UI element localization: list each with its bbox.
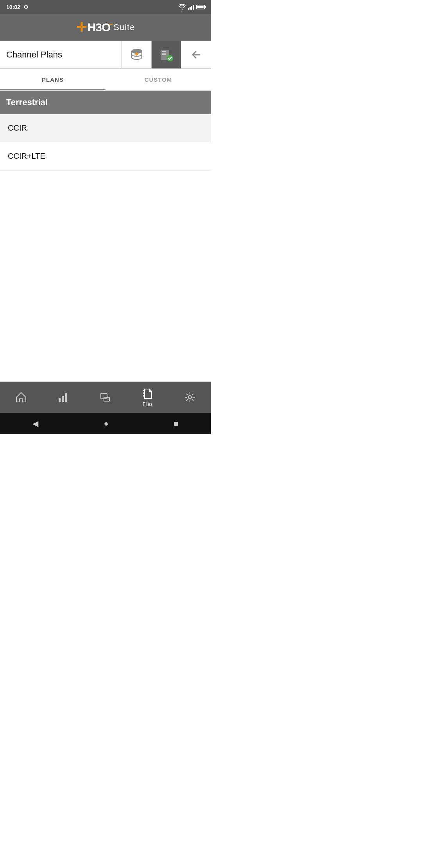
devices-icon [99, 391, 112, 404]
back-icon [189, 47, 204, 62]
schedule-check-button[interactable] [152, 41, 181, 68]
settings-icon [184, 391, 196, 404]
logo-bar: ✛ H3O ⌢ Suite [0, 14, 211, 41]
files-icon [141, 387, 154, 400]
time-display: 10:02 [6, 4, 20, 10]
nav-home[interactable] [9, 391, 33, 404]
home-system-button[interactable]: ● [104, 419, 108, 428]
wifi-icon [179, 4, 186, 10]
nav-devices[interactable] [94, 391, 117, 404]
signal-icon [188, 4, 194, 10]
logo-h30: H3O [88, 21, 111, 34]
database-icon [129, 47, 144, 62]
svg-rect-4 [162, 53, 166, 54]
recents-system-button[interactable]: ■ [173, 419, 178, 428]
svg-rect-8 [62, 396, 64, 402]
svg-rect-3 [162, 51, 166, 52]
logo-cross: ✛ [76, 21, 87, 34]
tab-custom[interactable]: CUSTOM [106, 69, 211, 90]
section-title: Terrestrial [6, 97, 48, 108]
back-button[interactable] [181, 41, 211, 68]
tab-plans[interactable]: PLANS [0, 69, 106, 90]
svg-point-12 [188, 396, 191, 399]
svg-rect-7 [59, 398, 61, 402]
database-button[interactable] [122, 41, 152, 68]
nav-charts[interactable] [52, 391, 75, 404]
logo-arc: ⌢ [109, 20, 113, 29]
schedule-check-icon [159, 47, 174, 62]
nav-settings[interactable] [178, 391, 202, 404]
status-bar-right [179, 4, 205, 10]
system-nav: ◀ ● ■ [0, 413, 211, 434]
chart-icon [57, 391, 70, 404]
tabs-bar: PLANS CUSTOM [0, 69, 211, 91]
nav-files-label: Files [143, 402, 152, 407]
nav-files[interactable]: Files [136, 387, 159, 407]
logo-suite: Suite [113, 22, 135, 32]
gear-icon: ⚙ [23, 4, 29, 10]
app-logo: ✛ H3O ⌢ Suite [76, 21, 135, 34]
bottom-nav: Files [0, 382, 211, 413]
list-item[interactable]: CCIR+LTE [0, 142, 211, 170]
channel-plans-list: CCIR CCIR+LTE [0, 114, 211, 170]
home-icon [15, 391, 27, 404]
toolbar: Channel Plans [0, 41, 211, 69]
page-title: Channel Plans [0, 41, 122, 68]
back-system-button[interactable]: ◀ [32, 419, 38, 428]
battery-icon [196, 5, 205, 9]
status-bar: 10:02 ⚙ [0, 0, 211, 14]
svg-rect-9 [65, 393, 67, 402]
section-header: Terrestrial [0, 91, 211, 114]
status-bar-left: 10:02 ⚙ [6, 4, 29, 10]
list-item[interactable]: CCIR [0, 114, 211, 142]
svg-rect-5 [162, 54, 166, 55]
